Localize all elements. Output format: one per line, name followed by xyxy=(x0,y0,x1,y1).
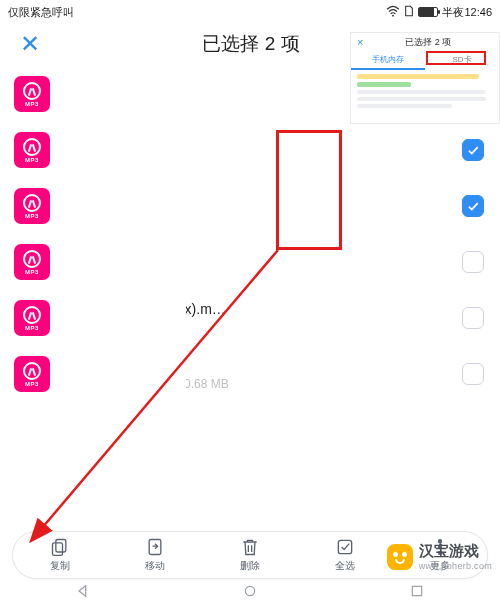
file-name: p3 xyxy=(64,78,448,94)
more-label: 更多 xyxy=(430,559,450,573)
file-subtitle: 4.54 MB xyxy=(64,153,448,167)
status-bar: 仅限紧急呼叫 半夜12:46 xyxy=(0,0,500,22)
nav-back-icon[interactable] xyxy=(75,583,91,603)
file-checkbox[interactable] xyxy=(462,307,484,329)
file-text: 泪 (DJ Candy Remix).m… 41:11 6.02 MB xyxy=(64,301,448,336)
mp3-icon: MP3 xyxy=(14,300,50,336)
file-subtitle: 4.40 MB xyxy=(64,97,448,111)
file-row[interactable]: MP3 泪.mp3 1:17:11 3.33 MB xyxy=(0,234,500,290)
file-checkbox[interactable] xyxy=(462,195,484,217)
more-button[interactable]: 更多 xyxy=(415,537,465,573)
file-text: p3 4.40 MB xyxy=(64,78,448,111)
file-name: 泪.mp3 xyxy=(64,245,448,263)
svg-point-7 xyxy=(438,551,441,554)
move-button[interactable]: 移动 xyxy=(130,537,180,573)
file-name: or.mp3 xyxy=(64,358,448,374)
file-row[interactable]: MP3 p3 4.40 MB xyxy=(0,66,500,122)
file-name: mp3 xyxy=(64,134,448,150)
file-checkbox[interactable] xyxy=(462,363,484,385)
file-row[interactable]: MP3 or.mp3 2018/10/18 16:16:49 10.68 MB xyxy=(0,346,500,402)
delete-button[interactable]: 删除 xyxy=(225,537,275,573)
file-text: mp3 4.54 MB xyxy=(64,134,448,167)
wifi-icon xyxy=(386,5,400,19)
delete-label: 删除 xyxy=(240,559,260,573)
select-all-button[interactable]: 全选 xyxy=(320,537,370,573)
svg-rect-4 xyxy=(338,540,351,553)
file-row[interactable]: MP3 mp3 4.54 MB xyxy=(0,122,500,178)
svg-point-0 xyxy=(393,15,395,17)
mp3-icon: MP3 xyxy=(14,76,50,112)
mp3-icon: MP3 xyxy=(14,244,50,280)
file-subtitle: 2018/10/18 16:16:49 10.68 MB xyxy=(64,377,448,391)
title-bar: ✕ 已选择 2 项 xyxy=(0,22,500,66)
mp3-icon: MP3 xyxy=(14,356,50,392)
file-row[interactable]: MP3 泪 (DJ Candy Remix).m… 41:11 6.02 MB xyxy=(0,290,500,346)
mp3-icon: MP3 xyxy=(14,132,50,168)
bottom-bar-wrap: 复制 移动 删除 全选 更多 xyxy=(0,531,500,579)
svg-point-5 xyxy=(438,540,441,543)
battery-icon xyxy=(418,7,438,17)
file-text: 泪.mp3 1:17:11 3.33 MB xyxy=(64,245,448,280)
file-row[interactable]: MP3 乐.mp3 19:21 3.74 MB xyxy=(0,178,500,234)
file-subtitle: 19:21 3.74 MB xyxy=(64,210,448,224)
file-checkbox[interactable] xyxy=(462,251,484,273)
file-text: 乐.mp3 19:21 3.74 MB xyxy=(64,189,448,224)
status-left-text: 仅限紧急呼叫 xyxy=(8,5,386,20)
file-checkbox[interactable] xyxy=(462,83,484,105)
svg-point-6 xyxy=(438,546,441,549)
svg-rect-2 xyxy=(53,543,63,556)
svg-rect-3 xyxy=(149,540,161,555)
copy-button[interactable]: 复制 xyxy=(35,537,85,573)
svg-rect-9 xyxy=(412,586,421,595)
file-checkbox[interactable] xyxy=(462,139,484,161)
nav-recent-icon[interactable] xyxy=(409,583,425,603)
sim-icon xyxy=(404,5,414,19)
mp3-icon: MP3 xyxy=(14,188,50,224)
select-all-label: 全选 xyxy=(335,559,355,573)
move-label: 移动 xyxy=(145,559,165,573)
svg-point-8 xyxy=(245,586,254,595)
svg-rect-1 xyxy=(56,540,66,553)
android-nav-bar xyxy=(0,579,500,607)
file-text: or.mp3 2018/10/18 16:16:49 10.68 MB xyxy=(64,358,448,391)
file-list: MP3 p3 4.40 MB MP3 mp3 4.54 MB MP3 乐.mp3… xyxy=(0,66,500,402)
status-time: 半夜12:46 xyxy=(442,5,492,20)
file-name: 泪 (DJ Candy Remix).m… xyxy=(64,301,448,319)
page-title: 已选择 2 项 xyxy=(16,31,486,57)
bottom-bar: 复制 移动 删除 全选 更多 xyxy=(12,531,488,579)
file-name: 乐.mp3 xyxy=(64,189,448,207)
status-right: 半夜12:46 xyxy=(386,5,492,20)
file-subtitle: 1:17:11 3.33 MB xyxy=(64,266,448,280)
file-subtitle: 41:11 6.02 MB xyxy=(64,322,448,336)
copy-label: 复制 xyxy=(50,559,70,573)
nav-home-icon[interactable] xyxy=(242,583,258,603)
